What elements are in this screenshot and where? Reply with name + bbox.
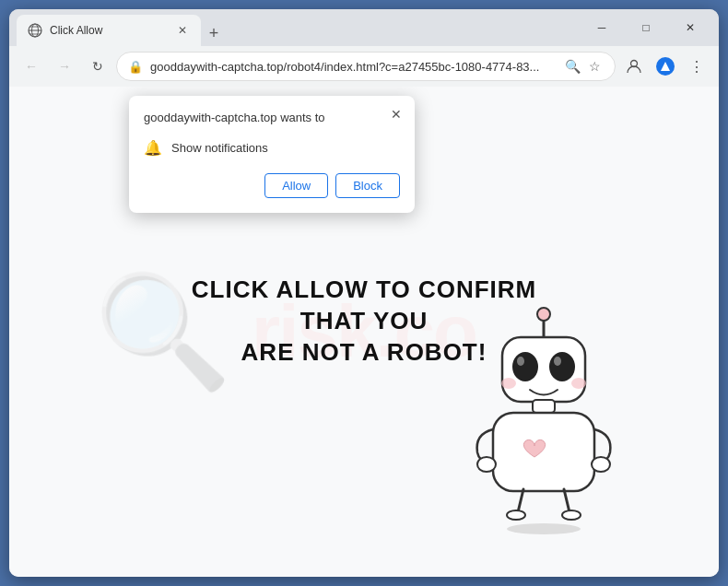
svg-point-21 [562, 510, 581, 520]
new-tab-button[interactable]: + [201, 20, 227, 46]
svg-point-20 [507, 510, 525, 520]
captcha-line1: CLICK ALLOW TO CONFIRM THAT YOU [187, 275, 542, 338]
active-tab[interactable]: Click Allow ✕ [17, 15, 201, 46]
profile-icon[interactable] [651, 52, 680, 81]
tab-close-button[interactable]: ✕ [175, 23, 190, 38]
popup-notification-row: 🔔 Show notifications [144, 134, 400, 162]
minimize-button[interactable]: ─ [581, 13, 623, 42]
search-icon[interactable]: 🔍 [563, 57, 581, 76]
page-content: 🔍 risk.co CLICK ALLOW TO CONFIRM THAT YO… [9, 87, 719, 577]
show-notifications-label: Show notifications [171, 141, 268, 155]
svg-marker-6 [661, 62, 670, 71]
url-text: gooddaywith-captcha.top/robot4/index.htm… [150, 60, 556, 74]
block-button[interactable]: Block [335, 173, 400, 198]
back-button[interactable]: ← [17, 52, 46, 81]
svg-rect-16 [533, 400, 555, 413]
browser-window: Click Allow ✕ + ─ □ ✕ ← → ↻ 🔒 gooddaywit… [9, 9, 719, 577]
account-button[interactable] [619, 52, 649, 81]
svg-point-14 [501, 378, 516, 389]
tab-strip: Click Allow ✕ + [17, 9, 577, 46]
svg-point-13 [554, 357, 561, 366]
popup-buttons: Allow Block [144, 173, 400, 198]
refresh-button[interactable]: ↻ [83, 52, 112, 81]
popup-close-button[interactable]: ✕ [387, 105, 405, 123]
tab-favicon [28, 23, 42, 38]
title-bar: Click Allow ✕ + ─ □ ✕ [9, 9, 719, 46]
url-bar[interactable]: 🔒 gooddaywith-captcha.top/robot4/index.h… [116, 52, 616, 81]
lock-icon: 🔒 [128, 60, 143, 74]
tab-title: Click Allow [50, 24, 168, 37]
toolbar-icons: ⋮ [619, 52, 711, 81]
popup-title: gooddaywith-captcha.top wants to [144, 111, 400, 124]
menu-button[interactable]: ⋮ [682, 52, 711, 81]
svg-point-18 [477, 457, 496, 472]
svg-rect-17 [493, 413, 594, 491]
notification-popup: ✕ gooddaywith-captcha.top wants to 🔔 Sho… [129, 96, 415, 213]
maximize-button[interactable]: □ [625, 13, 667, 42]
forward-button[interactable]: → [50, 52, 79, 81]
svg-point-15 [571, 378, 586, 389]
star-icon[interactable]: ☆ [585, 57, 604, 76]
svg-point-11 [549, 352, 575, 381]
svg-point-19 [592, 457, 610, 472]
url-icons: 🔍 ☆ [563, 57, 604, 76]
close-button[interactable]: ✕ [669, 13, 711, 42]
svg-point-22 [507, 523, 581, 534]
allow-button[interactable]: Allow [264, 173, 328, 198]
captcha-main-text: CLICK ALLOW TO CONFIRM THAT YOU ARE NOT … [187, 275, 542, 369]
window-controls: ─ □ ✕ [581, 13, 711, 42]
bell-icon: 🔔 [144, 139, 162, 157]
captcha-line2: ARE NOT A ROBOT! [187, 337, 542, 369]
address-bar: ← → ↻ 🔒 gooddaywith-captcha.top/robot4/i… [9, 46, 719, 87]
